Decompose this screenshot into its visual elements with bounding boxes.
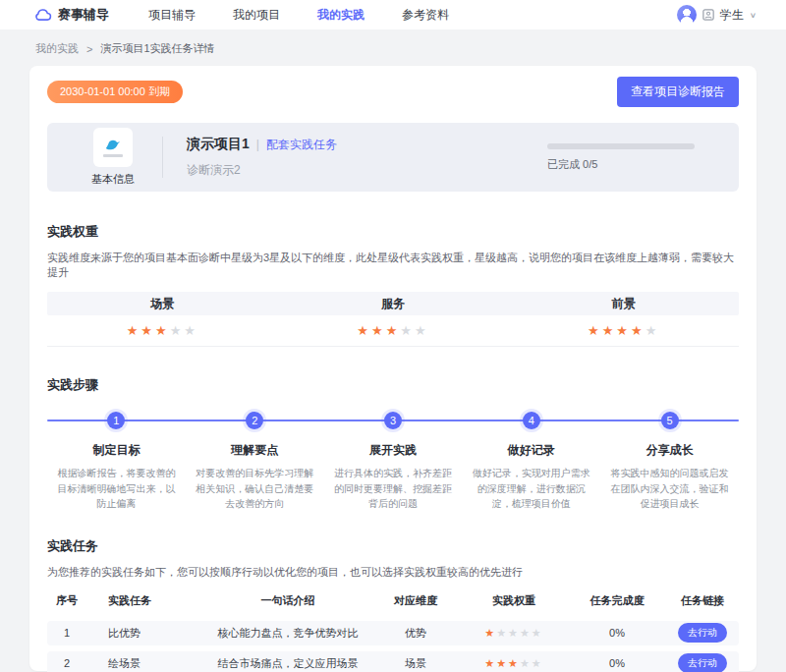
nav-item-1[interactable]: 我的项目: [233, 7, 280, 24]
star-icon: ★: [520, 627, 532, 639]
view-report-button[interactable]: 查看项目诊断报告: [617, 77, 739, 107]
step-4: 4做好记录做好记录，实现对用户需求的深度理解，进行数据沉淀，梳理项目价值: [462, 412, 600, 512]
steps-section: 实践步骤 1制定目标根据诊断报告，将要改善的目标清晰明确地写出来，以防止偏离2理…: [47, 376, 739, 512]
cloud-icon: [33, 8, 52, 22]
task-intro: 核心能力盘点，竞争优势对比: [204, 626, 371, 641]
step-circle-1: 1: [107, 412, 125, 429]
star-icon: ★: [386, 323, 401, 338]
star-icon: ★: [616, 323, 631, 338]
avatar: [677, 5, 697, 25]
deadline-badge: 2030-01-01 00:00 到期: [47, 81, 183, 103]
task-completion: 0%: [568, 627, 666, 639]
progress-block: 已完成 0/5: [547, 143, 695, 172]
star-icon: ★: [602, 323, 617, 338]
step-title-3: 展开实践: [332, 442, 455, 459]
step-circle-2: 2: [246, 412, 263, 429]
step-title-1: 制定目标: [55, 442, 178, 459]
weight-section-title: 实践权重: [47, 223, 739, 241]
student-badge-icon: [702, 9, 714, 21]
star-icon: ★: [496, 657, 508, 669]
go-action-button[interactable]: 去行动: [678, 623, 727, 643]
project-logo: [93, 128, 133, 167]
task-table-body: 1比优势核心能力盘点，竞争优势对比优势★★★★★0%去行动2绘场景结合市场痛点，…: [47, 621, 739, 672]
step-circle-5: 5: [661, 412, 679, 429]
star-icon: ★: [532, 627, 543, 639]
brand[interactable]: 赛事辅导: [33, 6, 109, 24]
star-icon: ★: [532, 657, 543, 669]
nav-item-2[interactable]: 我的实践: [317, 7, 365, 24]
star-icon: ★: [170, 323, 185, 338]
weight-column-label-0: 场景: [47, 296, 278, 312]
step-description-5: 将实践中感知的问题或启发在团队内深入交流，验证和促进项目成长: [608, 466, 731, 512]
step-3: 3展开实践进行具体的实践，补齐差距的同时更要理解、挖掘差距背后的问题: [324, 412, 463, 512]
step-circle-4: 4: [523, 412, 540, 429]
breadcrumb-separator: >: [86, 43, 92, 55]
practice-task-link[interactable]: 配套实践任务: [266, 137, 337, 153]
tasks-section-title: 实践任务: [47, 537, 739, 555]
step-description-1: 根据诊断报告，将要改善的目标清晰明确地写出来，以防止偏离: [55, 466, 178, 512]
tasks-section: 实践任务 为您推荐的实践任务如下，您可以按顺序行动以优化您的项目，也可以选择实践…: [47, 537, 739, 672]
task-header-weight: 实践权重: [460, 593, 568, 608]
task-header-dim: 对应维度: [371, 593, 460, 608]
step-title-2: 理解要点: [194, 442, 316, 459]
nav-menu: 项目辅导我的项目我的实践参考资料: [148, 7, 449, 24]
top-nav: 赛事辅导 项目辅导我的项目我的实践参考资料 学生 ∨: [0, 0, 786, 29]
star-icon: ★: [184, 323, 198, 338]
project-logo-block: 基本信息: [91, 128, 135, 187]
weight-rating-2: ★★★★★: [508, 323, 739, 338]
step-5: 5分享成长将实践中感知的问题或启发在团队内深入交流，验证和促进项目成长: [600, 412, 739, 512]
go-action-button[interactable]: 去行动: [678, 653, 727, 672]
step-description-2: 对要改善的目标先学习理解相关知识，确认自己清楚要去改善的方向: [194, 466, 316, 512]
task-name: 绘场景: [86, 656, 204, 671]
star-icon: ★: [520, 657, 532, 669]
task-link-cell: 去行动: [666, 653, 739, 672]
star-icon: ★: [155, 323, 170, 338]
task-header-link: 任务链接: [666, 593, 739, 608]
star-icon: ★: [140, 323, 155, 338]
star-icon: ★: [127, 323, 141, 338]
user-menu[interactable]: 学生 ∨: [677, 5, 757, 25]
task-header-index: 序号: [47, 593, 86, 608]
stepper: 1制定目标根据诊断报告，将要改善的目标清晰明确地写出来，以防止偏离2理解要点对要…: [47, 412, 739, 512]
task-intro: 结合市场痛点，定义应用场景: [204, 656, 371, 671]
star-icon: ★: [415, 323, 429, 338]
star-icon: ★: [588, 323, 602, 338]
task-rating-1: ★★★★★: [460, 627, 568, 640]
title-divider: |: [256, 138, 259, 151]
main-card: 2030-01-01 00:00 到期 查看项目诊断报告 基本信息 演示项目1 …: [29, 66, 757, 671]
progress-bar: [547, 143, 695, 149]
stepper-columns: 1制定目标根据诊断报告，将要改善的目标清晰明确地写出来，以防止偏离2理解要点对要…: [47, 412, 739, 512]
nav-item-3[interactable]: 参考资料: [402, 7, 449, 24]
banner-divider: [162, 137, 163, 178]
nav-item-0[interactable]: 项目辅导: [148, 7, 196, 24]
weight-section: 实践权重 实践维度来源于您的项目基本面诊断中星级为3星及以下的维度，此处星级代表…: [47, 223, 739, 347]
weight-section-description: 实践维度来源于您的项目基本面诊断中星级为3星及以下的维度，此处星级代表实践权重，…: [47, 251, 739, 280]
task-weight: ★★★★★: [460, 657, 568, 670]
logo-caption-placeholder: [103, 154, 123, 157]
step-description-3: 进行具体的实践，补齐差距的同时更要理解、挖掘差距背后的问题: [332, 466, 455, 512]
step-circle-3: 3: [384, 412, 402, 429]
star-icon: ★: [631, 323, 646, 338]
star-icon: ★: [484, 657, 496, 669]
breadcrumb-current: 演示项目1实践任务详情: [100, 41, 214, 56]
task-header-intro: 一句话介绍: [204, 593, 371, 608]
task-header-completion: 任务完成度: [568, 593, 666, 608]
project-description: 诊断演示2: [187, 162, 337, 179]
breadcrumb-parent[interactable]: 我的实践: [35, 41, 79, 56]
weight-column-label-1: 服务: [278, 296, 509, 312]
weight-rating-0: ★★★★★: [47, 323, 278, 338]
steps-section-title: 实践步骤: [47, 376, 739, 394]
project-logo-label: 基本信息: [91, 172, 135, 187]
task-weight: ★★★★★: [460, 627, 568, 640]
star-icon: ★: [357, 323, 371, 338]
step-description-4: 做好记录，实现对用户需求的深度理解，进行数据沉淀，梳理项目价值: [470, 466, 592, 512]
weight-stars-row: ★★★★★★★★★★★★★★★: [47, 315, 739, 347]
progress-label: 已完成 0/5: [547, 157, 695, 172]
step-title-5: 分享成长: [608, 442, 731, 459]
star-icon: ★: [371, 323, 386, 338]
tasks-section-description: 为您推荐的实践任务如下，您可以按顺序行动以优化您的项目，也可以选择实践权重较高的…: [47, 565, 739, 580]
weight-header-row: 场景服务前景: [47, 292, 739, 315]
step-1: 1制定目标根据诊断报告，将要改善的目标清晰明确地写出来，以防止偏离: [47, 412, 186, 512]
star-icon: ★: [400, 323, 415, 338]
task-rating-2: ★★★★★: [460, 657, 568, 670]
